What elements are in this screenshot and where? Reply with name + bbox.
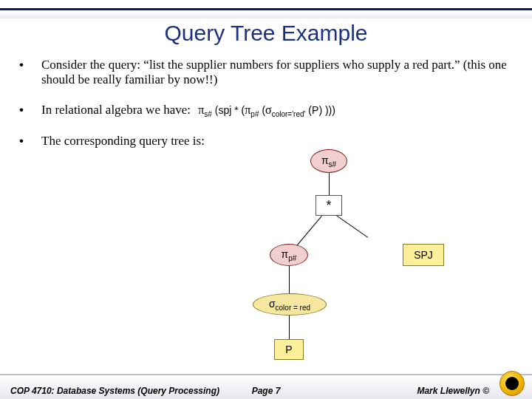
bullet-mark: •: [19, 58, 41, 72]
edge: [289, 316, 290, 339]
edge: [329, 173, 330, 195]
footer-page: Page 7: [252, 386, 281, 396]
sigma-sub: color='red': [272, 110, 306, 118]
paren: ): [318, 104, 322, 116]
footer-right: Mark Llewellyn ©: [417, 386, 489, 396]
pi-sub: p#: [250, 110, 259, 118]
op-star: *: [326, 198, 331, 214]
op-sub: s#: [329, 160, 337, 168]
edge: [289, 266, 290, 294]
node-join: *: [316, 195, 342, 216]
op-sub: color = red: [276, 303, 311, 311]
footer: COP 4710: Database Systems (Query Proces…: [0, 374, 532, 399]
node-p: P: [274, 339, 304, 360]
bullet-text: In relational algebra we have: πs# (spj …: [41, 103, 514, 119]
op-pi: π: [321, 154, 329, 166]
op-sub: p#: [288, 253, 296, 262]
join-op: *: [231, 104, 241, 116]
node-pi-s: πs#: [310, 149, 347, 173]
node-spj: SPJ: [403, 244, 444, 266]
edge: [297, 216, 322, 245]
edge: [336, 215, 368, 238]
sigma-op: σ: [265, 103, 272, 116]
top-bar: [0, 0, 532, 10]
paren: ): [332, 104, 335, 116]
list-item: • The corresponding query tree is:: [19, 134, 514, 149]
rel-p: P: [312, 104, 318, 116]
logo-inner: [505, 377, 519, 390]
relational-algebra-formula: πs# (spj * (πp# (σcolor='red' (P) ))): [198, 103, 335, 119]
bullet-mark: •: [19, 134, 41, 149]
pi-sub: s#: [204, 110, 212, 118]
bullet-text: Consider the query: “list the supplier n…: [41, 58, 514, 88]
query-tree: πs# * πp# SPJ σcolor = red P: [236, 149, 466, 371]
bullet-label: In relational algebra we have:: [41, 103, 191, 117]
rel-spj: SPJ: [414, 249, 433, 261]
footer-left: COP 4710: Database Systems (Query Proces…: [10, 386, 219, 396]
list-item: • Consider the query: “list the supplier…: [19, 58, 514, 88]
bullet-mark: •: [19, 103, 41, 117]
logo-icon: [499, 371, 525, 396]
top-band: [0, 13, 532, 18]
bullet-list: • Consider the query: “list the supplier…: [19, 58, 514, 163]
rel-p: P: [285, 344, 292, 355]
node-pi-p: πp#: [270, 244, 308, 266]
op-sigma: σ: [269, 298, 276, 310]
page-title: Query Tree Example: [0, 21, 532, 46]
node-sigma: σcolor = red: [253, 293, 327, 316]
list-item: • In relational algebra we have: πs# (sp…: [19, 103, 514, 119]
op-pi: π: [282, 248, 289, 260]
rel-spj: spj: [218, 104, 231, 116]
bullet-text: The corresponding query tree is:: [41, 134, 514, 149]
